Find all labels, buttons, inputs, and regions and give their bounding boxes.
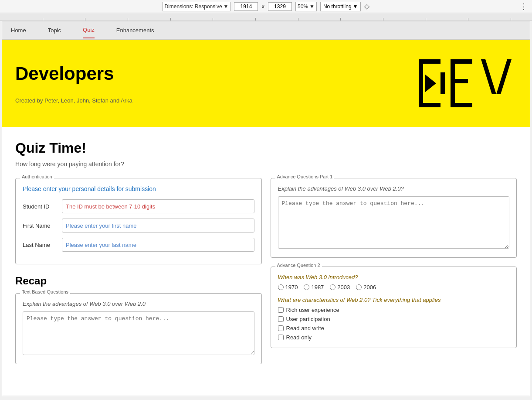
hero-banner: Developers Created by Peter, Leon, John,…: [2, 40, 530, 127]
toolbar-center: Dimensions: Responsive ▼ x 50% ▼ No thro…: [163, 2, 370, 11]
zoom-arrow: ▼: [309, 3, 315, 10]
zoom-dropdown[interactable]: 50% ▼: [295, 2, 317, 11]
auth-title: Please enter your personal details for s…: [23, 185, 254, 192]
zoom-label: 50%: [298, 3, 308, 10]
web30-year-radio-group: 1970 1987 2003 2006: [278, 284, 510, 291]
main-content: Quiz Time! How long were you paying atte…: [2, 127, 530, 386]
advance-q2-box: Advance Question 2 When was Web 3.0 intr…: [271, 267, 517, 348]
nav-home[interactable]: Home: [11, 23, 26, 38]
recap-title: Recap: [15, 275, 262, 287]
student-id-input[interactable]: [62, 199, 254, 213]
radio-2006[interactable]: 2006: [356, 284, 376, 291]
advance-part1-legend: Advance Questions Part 1: [275, 174, 335, 179]
toolbar-right: ⋮: [520, 2, 528, 11]
two-col-layout: Authentication Please enter your persona…: [15, 178, 517, 373]
radio-1987[interactable]: 1987: [304, 284, 324, 291]
width-input[interactable]: [234, 2, 258, 11]
svg-marker-10: [496, 59, 512, 94]
dimensions-arrow: ▼: [224, 3, 229, 10]
quiz-title: Quiz Time!: [15, 140, 517, 156]
throttle-arrow: ▼: [353, 3, 358, 10]
nav-quiz[interactable]: Quiz: [83, 22, 95, 38]
svg-rect-8: [451, 103, 472, 107]
height-input[interactable]: [268, 2, 292, 11]
auth-legend: Authentication: [20, 174, 54, 179]
more-options-icon[interactable]: ⋮: [520, 2, 528, 11]
checkbox-user-participation[interactable]: User participation: [278, 316, 510, 322]
last-name-input[interactable]: [62, 238, 254, 252]
checkbox-rich-user-input[interactable]: [278, 307, 284, 313]
text-q1-textarea[interactable]: [23, 311, 254, 355]
throttle-dropdown[interactable]: No throttling ▼: [320, 2, 361, 11]
dimensions-dropdown[interactable]: Dimensions: Responsive ▼: [163, 2, 231, 11]
radio-2006-input[interactable]: [356, 284, 362, 290]
quiz-subtitle: How long were you paying attention for?: [15, 161, 517, 168]
checkbox-user-participation-input[interactable]: [278, 316, 284, 322]
dev-logo-svg: [417, 55, 512, 112]
checkbox-read-only[interactable]: Read only: [278, 334, 510, 341]
browser-frame: Home Topic Quiz Enhancements Developers …: [2, 21, 530, 396]
checkbox-read-write-input[interactable]: [278, 325, 284, 331]
text-questions-legend: Text Based Questions: [20, 289, 70, 294]
text-questions-box: Text Based Questions Explain the advanta…: [15, 293, 262, 364]
ruler-marks: [0, 13, 532, 21]
svg-rect-0: [419, 59, 423, 107]
radio-2003-input[interactable]: [330, 284, 335, 290]
devtools-toolbar: Dimensions: Responsive ▼ x 50% ▼ No thro…: [0, 0, 532, 13]
last-name-row: Last Name: [23, 238, 254, 252]
first-name-label: First Name: [23, 222, 62, 229]
dimensions-label: Dimensions: Responsive: [165, 3, 222, 10]
last-name-label: Last Name: [23, 242, 62, 248]
site-nav: Home Topic Quiz Enhancements: [2, 21, 530, 40]
svg-rect-1: [419, 59, 441, 64]
checkbox-read-write[interactable]: Read and write: [278, 325, 510, 332]
nav-enhancements[interactable]: Enhancements: [116, 23, 154, 38]
ruler: [0, 13, 532, 21]
advance-q2-q2-text: What are characteristics of Web 2.0? Tic…: [278, 297, 510, 303]
advance-part1-textarea[interactable]: [278, 196, 510, 249]
web20-characteristics-checkbox-group: Rich user experience User participation …: [278, 307, 510, 341]
svg-rect-2: [419, 103, 441, 107]
first-name-input[interactable]: [62, 219, 254, 232]
dev-logo: [417, 55, 512, 112]
first-name-row: First Name: [23, 219, 254, 232]
svg-marker-4: [425, 75, 436, 92]
radio-1970-input[interactable]: [278, 284, 284, 290]
advance-q2-q1-text: When was Web 3.0 introduced?: [278, 274, 510, 280]
text-q1: Explain the advantages of Web 3.0 over W…: [23, 301, 254, 307]
radio-1987-input[interactable]: [304, 284, 309, 290]
radio-1970[interactable]: 1970: [278, 284, 298, 291]
col-left: Authentication Please enter your persona…: [15, 178, 262, 373]
authentication-box: Authentication Please enter your persona…: [15, 178, 262, 264]
nav-topic[interactable]: Topic: [48, 23, 61, 38]
student-id-label: Student ID: [23, 203, 62, 210]
separator: x: [261, 3, 264, 10]
throttle-label: No throttling: [323, 3, 352, 10]
col-right: Advance Questions Part 1 Explain the adv…: [271, 178, 517, 373]
svg-rect-3: [441, 72, 445, 94]
no-throttle-icon: ◇: [364, 2, 369, 10]
svg-marker-9: [481, 59, 496, 94]
checkbox-rich-user[interactable]: Rich user experience: [278, 307, 510, 313]
radio-2003[interactable]: 2003: [330, 284, 350, 291]
advance-part1-question: Explain the advantages of Web 3.0 over W…: [278, 185, 510, 192]
advance-part1-box: Advance Questions Part 1 Explain the adv…: [271, 178, 517, 258]
advance-q2-legend: Advance Question 2: [275, 263, 322, 268]
student-id-row: Student ID: [23, 199, 254, 213]
svg-rect-7: [451, 79, 468, 83]
checkbox-read-only-input[interactable]: [278, 335, 284, 340]
svg-rect-6: [451, 59, 472, 64]
